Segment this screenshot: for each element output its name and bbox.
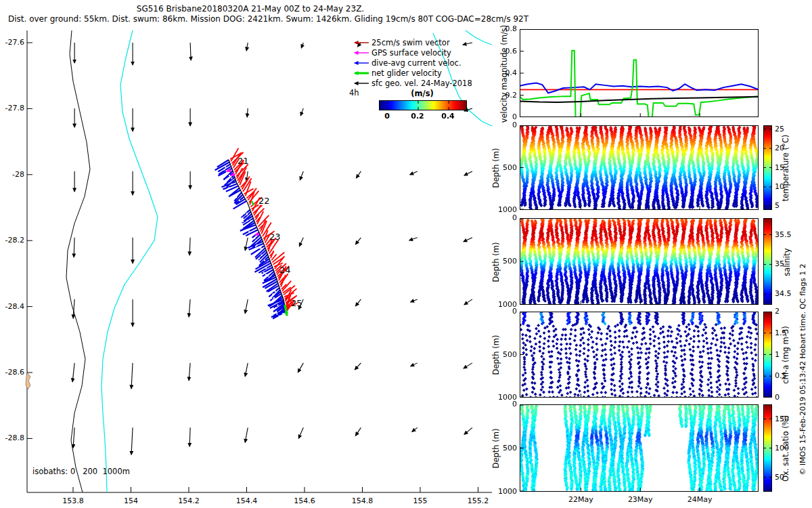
map-y-tick-label: -27.8 <box>0 104 24 112</box>
time-axis-tick-label: 24May <box>679 495 720 504</box>
sfc-geo-velocity-arrow <box>298 363 303 373</box>
sfc-geo-velocity-arrow <box>464 299 472 305</box>
band-speckle <box>282 313 284 314</box>
band-speckle <box>256 245 258 246</box>
band-speckle <box>275 299 276 300</box>
sfc-geo-velocity-arrow <box>464 171 472 175</box>
band-speckle <box>265 276 266 278</box>
map-y-tick-label: -28.4 <box>0 302 24 311</box>
colorbar-tick-label: 1 <box>775 350 802 359</box>
velocity-y-tick-label: 0.8 <box>493 24 517 33</box>
map-colorbar-tick-label: 0 <box>377 112 397 121</box>
track-day-label: 22 <box>258 196 279 206</box>
map-colorbar-tick-label: 0.4 <box>438 112 458 121</box>
band-speckle <box>224 169 225 170</box>
colorbar-tick-label: 34.5 <box>775 289 802 298</box>
map-velocity-colorbar <box>379 100 467 110</box>
velocity-plot <box>520 29 759 117</box>
sfc-geo-velocity-arrow <box>355 427 361 436</box>
sfc-geo-velocity-arrow <box>464 363 472 368</box>
colorbar-tick-label: 50 <box>775 473 802 482</box>
sfc-geo-velocity-arrow <box>356 171 361 178</box>
band-speckle <box>257 247 258 249</box>
colorbar-tick-label: 5 <box>775 201 802 210</box>
sfc-geo-velocity-arrow <box>411 363 418 366</box>
colorbar-tick-label: 25 <box>775 125 802 133</box>
salinity-colorbar <box>763 218 772 305</box>
legend-entry-label: GPS surface velocity <box>371 48 451 58</box>
isobath-200m <box>102 30 158 492</box>
sfc-geo-velocity-arrow <box>298 427 303 438</box>
time-axis-tick-label: 22May <box>560 495 601 504</box>
band-speckle <box>248 231 250 232</box>
map-y-tick-label: -28.2 <box>0 236 24 245</box>
band-speckle <box>261 247 262 249</box>
band-speckle <box>265 268 267 269</box>
band-speckle <box>247 220 248 221</box>
track-day-label: 21 <box>238 156 258 166</box>
sfc-geo-velocity-arrow <box>246 43 248 51</box>
band-speckle <box>277 305 278 306</box>
sfc-geo-velocity-arrow <box>355 363 361 370</box>
band-speckle <box>275 308 276 309</box>
sfc-geo-velocity-arrow <box>355 299 361 306</box>
sfc-geo-velocity-arrow <box>409 238 418 240</box>
sfc-geo-velocity-arrow <box>245 299 248 314</box>
colorbar-tick-label: 35.5 <box>775 230 802 239</box>
map-x-tick-label: 155 <box>403 496 437 505</box>
imos-credit-text: © IMOS 15-Feb-2019 05:13:42 Hobart time.… <box>798 228 807 508</box>
map-y-tick-label: -28.6 <box>0 368 24 377</box>
velocity-y-tick-label: 0.4 <box>493 68 517 77</box>
map-x-tick-label: 154.8 <box>346 496 380 505</box>
depth-tick-label: 1000 <box>487 487 517 496</box>
map-x-tick-label: 154.6 <box>288 496 321 505</box>
depth-tick-label: 500 <box>487 350 517 359</box>
map-y-tick-label: -27.6 <box>0 38 24 47</box>
sfc-geo-velocity-arrow <box>245 427 248 442</box>
oxygen-plot <box>520 404 759 492</box>
map-y-tick-label: -28.8 <box>0 433 24 442</box>
isobath-0m <box>66 30 90 492</box>
band-speckle <box>264 259 265 261</box>
sfc-geo-velocity-arrow <box>301 43 303 48</box>
sfc-geo-velocity-arrow <box>247 108 248 117</box>
legend-entry-label: dive-avg current veloc. <box>371 58 461 68</box>
band-speckle <box>261 255 263 256</box>
band-speckle <box>273 297 274 299</box>
band-speckle <box>244 213 246 214</box>
band-speckle <box>242 217 243 219</box>
colorbar-tick-label: 2 <box>775 307 802 316</box>
sfc-geo-velocity-arrow <box>355 238 361 245</box>
band-speckle <box>246 214 248 215</box>
track-day-label: 23 <box>269 232 290 242</box>
sfc-geo-velocity-arrow <box>189 299 190 317</box>
colorbar-tick-label: 0 <box>775 393 802 402</box>
band-speckle <box>229 175 230 176</box>
legend-time-scale-label: 4h <box>349 88 359 98</box>
sfc-geo-velocity-arrow <box>131 363 133 389</box>
sfc-geo-velocity-arrow <box>411 299 418 302</box>
band-speckle <box>272 293 273 295</box>
colorbar-tick-label: 20 <box>775 144 802 152</box>
legend-entry-label: net glider velocity <box>371 68 442 78</box>
sfc-geo-velocity-arrow <box>357 43 361 47</box>
sfc-geo-velocity-arrow <box>410 171 418 175</box>
sfc-geo-velocity-arrow <box>300 108 303 116</box>
isobaths-label: isobaths: 0 200 1000m <box>32 467 130 476</box>
band-speckle <box>258 258 260 259</box>
colorbar-tick-label: 35 <box>775 259 802 268</box>
band-speckle <box>255 246 256 247</box>
chlorophyll-plot <box>520 312 759 398</box>
sfc-geo-velocity-arrow <box>300 171 303 180</box>
temperature-colorbar <box>763 125 772 210</box>
depth-tick-label: 500 <box>487 257 517 266</box>
band-speckle <box>229 187 230 188</box>
colorbar-tick-label: 100 <box>775 444 802 452</box>
colorbar-tick-label: 1.5 <box>775 329 802 337</box>
sfc-geo-velocity-arrow <box>412 427 418 431</box>
track-day-label: 24 <box>279 265 300 275</box>
sfc-geo-velocity-arrow <box>190 43 191 60</box>
chlorophyll-colorbar <box>763 312 772 398</box>
map-x-tick-label: 155.2 <box>461 496 495 505</box>
temperature-plot <box>520 125 759 210</box>
